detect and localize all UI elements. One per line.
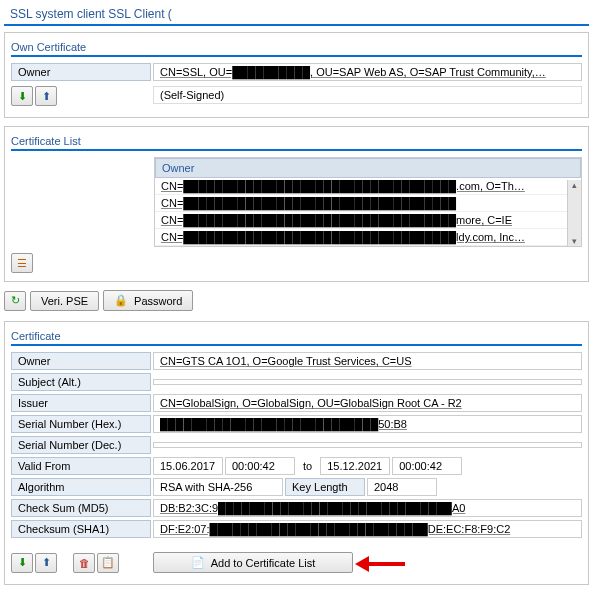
- add-to-cert-list-label: Add to Certificate List: [211, 557, 316, 569]
- serial-hex-value[interactable]: ████████████████████████████50:B8: [153, 415, 582, 433]
- serial-dec-value[interactable]: [153, 442, 582, 448]
- cert-list-panel-title: Certificate List: [11, 133, 582, 151]
- cert-list-row[interactable]: CN=███████████████████████████████████ld…: [155, 229, 581, 246]
- list-settings-icon[interactable]: ☰: [11, 253, 33, 273]
- add-to-cert-list-button[interactable]: 📄 Add to Certificate List: [153, 552, 353, 573]
- copy-icon[interactable]: 📋: [97, 553, 119, 573]
- md5-value[interactable]: DB:B2:3C:9██████████████████████████████…: [153, 499, 582, 517]
- add-icon: 📄: [191, 556, 205, 569]
- valid-from-label: Valid From: [11, 457, 151, 475]
- cert-owner-label: Owner: [11, 352, 151, 370]
- cert-list-table: Owner CN=███████████████████████████████…: [154, 157, 582, 247]
- export-cert-icon[interactable]: ⬇: [11, 86, 33, 106]
- verify-pse-button[interactable]: Veri. PSE: [30, 291, 99, 311]
- issuer-label: Issuer: [11, 394, 151, 412]
- password-button[interactable]: 🔒 Password: [103, 290, 193, 311]
- subject-alt-label: Subject (Alt.): [11, 373, 151, 391]
- scrollbar[interactable]: ▴ ▾: [567, 180, 581, 246]
- pse-toolbar: ↻ Veri. PSE 🔒 Password: [4, 290, 589, 311]
- certificate-list-panel: Certificate List Owner CN=██████████████…: [4, 126, 589, 282]
- key-length-value[interactable]: 2048: [367, 478, 437, 496]
- import-cert-icon[interactable]: ⬆: [35, 86, 57, 106]
- cert-list-header: Owner: [155, 158, 581, 178]
- sha1-value[interactable]: DF:E2:07:████████████████████████████DE:…: [153, 520, 582, 538]
- certificate-panel: Certificate Owner CN=GTS CA 1O1, O=Googl…: [4, 321, 589, 585]
- lock-icon: 🔒: [114, 294, 128, 307]
- issuer-value[interactable]: CN=GlobalSign, O=GlobalSign, OU=GlobalSi…: [153, 394, 582, 412]
- serial-hex-label: Serial Number (Hex.): [11, 415, 151, 433]
- valid-from-time[interactable]: 00:00:42: [225, 457, 295, 475]
- valid-to-time[interactable]: 00:00:42: [392, 457, 462, 475]
- subject-alt-value[interactable]: [153, 379, 582, 385]
- verify-pse-label: Veri. PSE: [41, 295, 88, 307]
- password-label: Password: [134, 295, 182, 307]
- certificate-panel-title: Certificate: [11, 328, 582, 346]
- export-icon[interactable]: ⬇: [11, 553, 33, 573]
- import-icon[interactable]: ⬆: [35, 553, 57, 573]
- cert-list-row[interactable]: CN=███████████████████████████████████mo…: [155, 212, 581, 229]
- annotation-arrow: [355, 556, 405, 570]
- cert-list-row[interactable]: CN=███████████████████████████████████: [155, 195, 581, 212]
- to-text: to: [297, 460, 318, 472]
- window-title: SSL system client SSL Client (: [4, 4, 589, 26]
- own-certificate-panel: Own Certificate Owner CN=SSL, OU=███████…: [4, 32, 589, 118]
- sha1-label: Checksum (SHA1): [11, 520, 151, 538]
- md5-label: Check Sum (MD5): [11, 499, 151, 517]
- refresh-icon[interactable]: ↻: [4, 291, 26, 311]
- own-cert-panel-title: Own Certificate: [11, 39, 582, 57]
- algorithm-label: Algorithm: [11, 478, 151, 496]
- algorithm-value[interactable]: RSA with SHA-256: [153, 478, 283, 496]
- delete-icon[interactable]: 🗑: [73, 553, 95, 573]
- cert-owner-value[interactable]: CN=GTS CA 1O1, O=Google Trust Services, …: [153, 352, 582, 370]
- valid-to-date[interactable]: 15.12.2021: [320, 457, 390, 475]
- owner-value[interactable]: CN=SSL, OU=██████████, OU=SAP Web AS, O=…: [153, 63, 582, 81]
- scroll-up-icon[interactable]: ▴: [572, 180, 577, 190]
- key-length-label: Key Length: [285, 478, 365, 496]
- serial-dec-label: Serial Number (Dec.): [11, 436, 151, 454]
- cert-list-row[interactable]: CN=███████████████████████████████████.c…: [155, 178, 581, 195]
- valid-from-date[interactable]: 15.06.2017: [153, 457, 223, 475]
- scroll-down-icon[interactable]: ▾: [572, 236, 577, 246]
- self-signed-text: (Self-Signed): [153, 86, 582, 104]
- owner-label: Owner: [11, 63, 151, 81]
